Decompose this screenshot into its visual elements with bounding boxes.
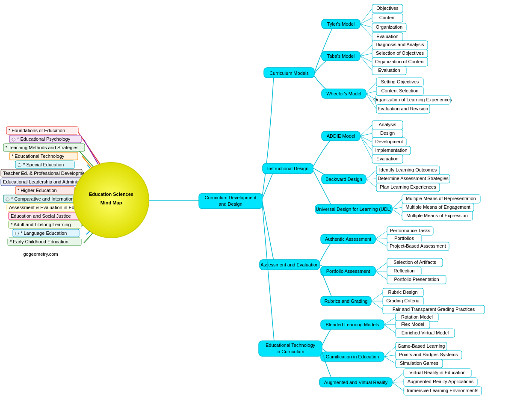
augmented-leaf-2-label: Augmented Reality Applications <box>408 379 474 384</box>
left-item-8: * Higher Education <box>18 188 57 193</box>
svg-line-48 <box>366 170 376 179</box>
tylers-leaf-4-label: Evaluation <box>376 34 398 39</box>
mindmap: * Foundations of Education ◌ * Education… <box>0 0 532 402</box>
svg-line-75 <box>392 382 404 382</box>
watermark: gogeometry.com <box>23 251 58 257</box>
tylers-leaf-2-label: Content <box>379 15 396 20</box>
svg-line-73 <box>384 357 396 364</box>
svg-line-37 <box>366 82 376 94</box>
edu-tech-label2: in Curriculum <box>277 349 304 354</box>
svg-line-34 <box>360 53 372 56</box>
wheelers-leaf-2-label: Content Selection <box>381 88 419 93</box>
augmented-vr-label: Augmented and Virtual Reality <box>324 380 388 385</box>
center-label-line1: Education Sciences <box>89 192 133 197</box>
left-item-3: * Teaching Methods and Strategies <box>6 145 79 150</box>
left-item-2: ◌ * Educational Psychology <box>12 136 71 142</box>
gamification-label: Gamification in Education <box>326 354 379 359</box>
augmented-leaf-3-label: Immersive Learning Environments <box>407 388 479 393</box>
udl-leaf-3-label: Multiple Means of Expression <box>406 213 468 218</box>
tabas-leaf-3-label: Organization of Content <box>375 59 425 64</box>
svg-line-66 <box>262 203 275 346</box>
portfolio-leaf-3-label: Portfolio Presentation <box>394 277 439 282</box>
svg-line-45 <box>360 136 372 151</box>
svg-line-54 <box>392 209 402 216</box>
svg-line-74 <box>392 373 404 382</box>
curriculum-dev-label1: Curriculum Development <box>204 195 256 200</box>
wheelers-leaf-3-label: Organization of Learning Experiences <box>373 97 452 102</box>
curriculum-dev-label2: and Design <box>219 201 242 207</box>
augmented-leaf-1-label: Virtual Reality in Education <box>409 370 465 375</box>
svg-line-29 <box>360 9 372 24</box>
authentic-leaf-2-label: Portfolios <box>394 236 414 241</box>
svg-line-55 <box>262 201 275 265</box>
tabas-model-label: Taba's Model <box>327 53 355 59</box>
svg-line-50 <box>366 179 376 187</box>
portfolio-assess-label: Portfolio Assessment <box>326 269 370 274</box>
blended-leaf-1-label: Rotation Model <box>401 314 433 319</box>
portfolio-leaf-1-label: Selection of Artifacts <box>393 260 436 265</box>
authentic-leaf-3-label: Project-Based Assessment <box>390 243 446 248</box>
tylers-leaf-3-label: Organization <box>376 24 402 30</box>
svg-line-30 <box>360 18 372 24</box>
backward-design-label: Backward Design <box>325 177 362 182</box>
tabas-leaf-2-label: Selection of Objectives <box>376 50 424 56</box>
svg-line-58 <box>375 239 387 246</box>
svg-line-56 <box>375 231 387 239</box>
backward-leaf-3-label: Plan Learning Experiences <box>380 184 436 189</box>
left-item-11: Education and Social Justice <box>11 213 71 219</box>
left-item-12: * Adult and Lifelong Learning <box>11 222 71 227</box>
gamification-leaf-3-label: Simulation Games <box>400 361 438 366</box>
svg-line-67 <box>384 317 396 325</box>
svg-line-57 <box>375 239 387 239</box>
svg-line-43 <box>360 133 372 136</box>
gamification-leaf-1-label: Game-Based Learning <box>398 343 445 349</box>
svg-line-44 <box>360 136 372 142</box>
rubrics-grading-label: Rubrics and Grading <box>325 299 368 304</box>
svg-line-38 <box>366 91 376 94</box>
authentic-leaf-1-label: Performance Tasks <box>390 228 430 233</box>
wheelers-leaf-1-label: Setting Objectives <box>381 79 419 84</box>
left-item-1: * Foundations of Education <box>9 128 65 133</box>
wheelers-leaf-4-label: Evaluation and Revision <box>378 106 428 111</box>
udl-leaf-2-label: Multiple Means of Engagement <box>405 204 470 210</box>
rubrics-leaf-1-label: Rubric Design <box>388 290 417 295</box>
svg-line-49 <box>366 179 376 179</box>
portfolio-leaf-2-label: Reflection <box>394 268 415 273</box>
rubrics-leaf-3-label: Fair and Transparent Grading Practices <box>393 307 475 312</box>
blended-leaf-3-label: Enriched Virtual Model <box>402 330 449 335</box>
backward-leaf-1-label: Identify Learning Outcomes <box>379 167 437 172</box>
left-item-10: Assessment & Evaluation in Ed. <box>9 205 76 210</box>
addie-leaf-4-label: Implementation <box>375 148 407 153</box>
svg-line-33 <box>360 45 372 56</box>
edu-tech-label1: Educational Technology <box>266 343 315 348</box>
blended-learning-label: Blended Learning Models <box>326 322 379 327</box>
svg-line-63 <box>371 293 383 301</box>
udl-label: Universal Design for Learning (UDL) <box>316 207 391 212</box>
addie-leaf-1-label: Analysis <box>379 122 396 127</box>
center-label-line2: Mind Map <box>100 200 122 205</box>
assessment-eval-label: Assessment and Evaluation <box>260 262 319 267</box>
rubrics-leaf-2-label: Grading Criteria <box>386 298 420 303</box>
svg-line-42 <box>360 125 372 136</box>
addie-leaf-5-label: Evaluation <box>376 156 398 161</box>
left-item-6: Teacher Ed. & Professional Development <box>3 171 89 176</box>
left-item-5: ◌ * Special Education <box>18 162 64 167</box>
left-item-14: * Early Childhood Education <box>10 239 68 244</box>
wheelers-model-label: Wheeler's Model <box>326 91 361 96</box>
svg-line-76 <box>392 382 404 391</box>
svg-line-65 <box>371 301 383 310</box>
gamification-leaf-2-label: Points and Badges Systems <box>399 352 458 357</box>
svg-line-35 <box>360 56 372 62</box>
svg-line-62 <box>375 271 387 280</box>
udl-leaf-1-label: Multiple Means of Representation <box>406 196 476 201</box>
tylers-model-label: Tyler's Model <box>327 21 355 27</box>
instructional-design-label: Instructional Design <box>267 166 309 171</box>
addie-leaf-3-label: Development <box>375 139 403 144</box>
svg-line-36 <box>360 56 372 71</box>
addie-model-label: ADDIE Model <box>327 133 355 139</box>
authentic-assess-label: Authentic Assessment <box>325 236 371 242</box>
tabas-leaf-1-label: Diagnosis and Analysis <box>375 42 424 47</box>
left-item-4: * Educational Technology <box>12 154 65 159</box>
backward-leaf-2-label: Determine Assessment Strategies <box>378 176 449 181</box>
svg-line-46 <box>360 136 372 159</box>
